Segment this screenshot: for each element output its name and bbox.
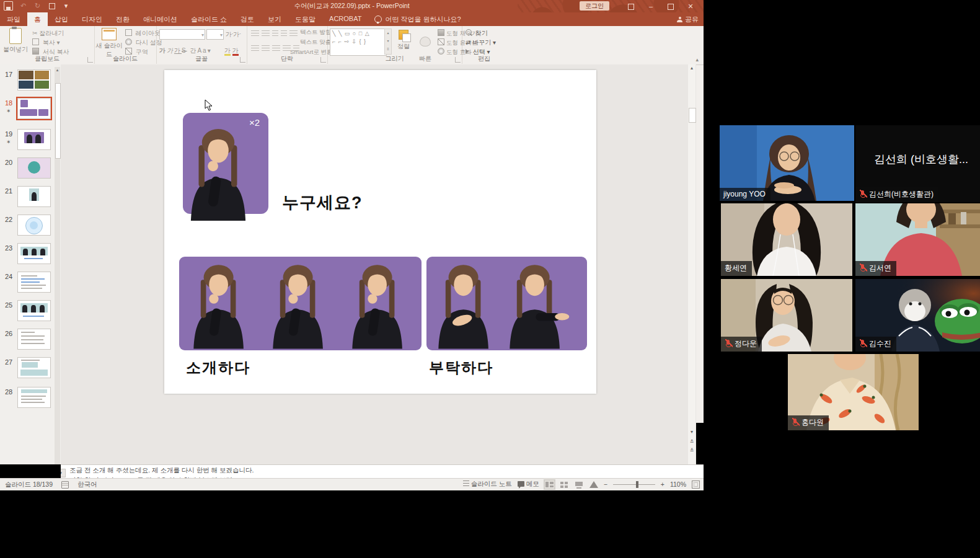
grow-shrink-font-buttons[interactable]: 가ˆ가ˇ <box>226 30 241 39</box>
italic-button[interactable]: 가 <box>167 47 174 54</box>
font-dialog-launcher[interactable] <box>240 57 245 63</box>
video-tile-jeong-daun[interactable]: 정다운 <box>721 279 852 352</box>
video-tile-jiyoung-yoo[interactable]: jiyoung YOO <box>720 125 854 201</box>
thumbnail-scrollbar[interactable]: ▴ <box>55 67 60 464</box>
slideshow-view-button[interactable] <box>589 481 598 488</box>
share-button[interactable]: 공유 <box>677 15 699 24</box>
slide-sorter-view-button[interactable] <box>560 480 569 489</box>
video-tile-kim-sujin[interactable]: 김수진 <box>855 279 980 352</box>
char-spacing-button[interactable]: 간 <box>190 47 197 54</box>
paste-button[interactable]: 붙여넣기 <box>1 28 30 54</box>
change-case-button[interactable]: Aa <box>197 47 207 54</box>
thumbnail-slide-27[interactable]: 27 <box>0 357 61 386</box>
thumbnail-slide-26[interactable]: 26 <box>0 329 61 356</box>
next-slide-icon[interactable]: ≚ <box>688 447 695 454</box>
zoom-out-button[interactable]: − <box>604 480 607 488</box>
font-color-buttons[interactable]: 가 가 <box>224 46 239 55</box>
tab-acrobat[interactable]: ACROBAT <box>322 12 368 26</box>
start-slideshow-icon[interactable] <box>48 2 56 10</box>
video-tile-hwang-seyeon[interactable]: 황세연 <box>721 203 852 276</box>
thumbnail-slide-21[interactable]: 21 <box>0 186 61 213</box>
previous-slide-icon[interactable]: ≛ <box>688 438 695 446</box>
underline-button[interactable]: 가 <box>174 47 182 54</box>
scrollbar-thumb[interactable] <box>689 108 696 123</box>
shape-gallery-scroll[interactable]: ▴▾≡ <box>384 29 392 55</box>
minimize-button[interactable]: – <box>643 1 659 12</box>
current-slide[interactable]: ×2 누구세요? 소개하다 부탁하다 <box>164 70 596 394</box>
bold-button[interactable]: 가 <box>159 47 167 54</box>
maximize-button[interactable] <box>663 1 679 12</box>
video-tile-kim-seonhui[interactable]: 김선희 (비호생활... 김선희(비호생활관) <box>855 125 980 202</box>
find-button[interactable]: 찾기 <box>466 29 488 38</box>
tab-slideshow[interactable]: 슬라이드 쇼 <box>184 12 234 26</box>
thumbnail-slide-25[interactable]: 25 <box>0 300 61 327</box>
normal-view-button[interactable] <box>545 480 554 489</box>
cut-button[interactable]: ✂ 잘라내기 <box>32 29 64 38</box>
undo-icon[interactable]: ↶ <box>19 2 27 10</box>
scroll-down-icon[interactable]: ▾ <box>688 428 695 436</box>
clipboard-dialog-launcher[interactable] <box>87 57 93 63</box>
font-name-combobox[interactable]: ▾ <box>159 29 205 40</box>
align-text-button[interactable]: 텍스트 맞춤 <box>300 38 331 46</box>
tab-animations[interactable]: 애니메이션 <box>136 12 184 26</box>
font-size-combobox[interactable]: ▾ <box>206 29 224 40</box>
strikethrough-button[interactable]: S <box>182 47 187 54</box>
zoom-slider[interactable] <box>613 484 655 485</box>
comments-toggle-button[interactable]: 메모 <box>518 480 539 489</box>
notes-pane[interactable]: ▾ 조금 전 소개 해 주셨는데요. 제 소개를 다시 한번 해 보겠습니다. … <box>61 464 704 479</box>
list-indent-buttons[interactable] <box>250 30 299 37</box>
qat-customize-icon[interactable]: ▾ <box>62 2 70 10</box>
paragraph-dialog-launcher[interactable] <box>320 57 326 63</box>
scroll-up-icon[interactable]: ▴ <box>688 64 695 72</box>
tab-insert[interactable]: 삽입 <box>48 12 75 26</box>
tab-help[interactable]: 도움말 <box>288 12 322 26</box>
tab-home[interactable]: 홈 <box>27 12 48 26</box>
copy-button[interactable]: 복사 ▾ <box>32 38 60 47</box>
layout-button[interactable]: 레이아웃 <box>125 29 161 38</box>
ribbon-display-options-icon[interactable] <box>623 1 639 12</box>
video-tile-kim-seoyeon[interactable]: 김서연 <box>855 203 980 276</box>
thumbnail-slide-28[interactable]: 28 <box>0 387 61 414</box>
replace-button[interactable]: ⇄ 바꾸기 ▾ <box>466 38 496 47</box>
drawing-dialog-launcher[interactable] <box>455 57 461 63</box>
fit-slide-to-window-button[interactable] <box>692 480 700 489</box>
slide-number-indicator[interactable]: 슬라이드 18/139 <box>5 480 53 489</box>
thumbnail-slide-19[interactable]: 19 ✶ <box>0 129 61 156</box>
collapse-ribbon-icon[interactable]: ▴ <box>695 56 699 63</box>
font-format-buttons[interactable]: 가가가S 간Aa▾ <box>159 46 212 55</box>
tab-view[interactable]: 보기 <box>261 12 288 26</box>
tab-review[interactable]: 검토 <box>234 12 261 26</box>
redo-icon[interactable]: ↻ <box>33 2 42 10</box>
thumbnail-slide-24[interactable]: 24 <box>0 272 61 299</box>
tab-design[interactable]: 디자인 <box>75 12 109 26</box>
slide-scrollbar[interactable]: ▴ ▾ ≛ ≚ <box>688 64 695 464</box>
thumbnail-slide-20[interactable]: 20 <box>0 157 61 185</box>
tab-transitions[interactable]: 전환 <box>109 12 136 26</box>
tab-file[interactable]: 파일 <box>0 12 27 26</box>
close-button[interactable]: ✕ <box>682 1 699 12</box>
thumbnail-slide-18[interactable]: 18 ✶ <box>0 98 61 128</box>
video-tile-hong-dawon[interactable]: 홍다원 <box>788 354 919 430</box>
language-indicator[interactable]: 한국어 <box>77 480 97 489</box>
ribbon-group-clipboard: 붙여넣기 ✂ 잘라내기 복사 ▾ 서식 복사 클립보드 <box>0 26 95 64</box>
save-icon[interactable] <box>4 1 13 11</box>
login-button[interactable]: 로그인 <box>580 1 609 11</box>
notes-collapse-icon[interactable]: ▾ <box>61 469 66 477</box>
thumbnail-slide-17[interactable]: 17 <box>0 69 61 97</box>
zoom-in-button[interactable]: + <box>661 480 664 488</box>
text-direction-button[interactable]: 텍스트 방향 <box>300 29 331 37</box>
participant-name-badge: jiyoung YOO <box>720 188 770 201</box>
thumbnail-slide-23[interactable]: 23 <box>0 243 61 270</box>
shape-gallery[interactable]: ╲ ╲ ▭ ○ □ △ ⌐ ⌐ ⇨ ⇩ { } <box>330 29 387 56</box>
zoom-slider-thumb[interactable] <box>636 481 638 488</box>
repeat-times-badge: ×2 <box>249 117 260 128</box>
notes-toggle-button[interactable]: 슬라이드 노트 <box>463 480 512 489</box>
zoom-level[interactable]: 110% <box>670 480 686 488</box>
slide-thumbnail-panel: 17 18 ✶ 19 ✶ 20 <box>0 64 61 464</box>
thumbnail-slide-22[interactable]: 22 <box>0 215 61 242</box>
shape-effects-icon <box>438 48 444 55</box>
tell-me-search[interactable]: 어떤 작업을 원하시나요? <box>368 12 467 26</box>
reading-view-button[interactable] <box>575 480 584 489</box>
arrange-button[interactable]: 정렬 <box>393 30 414 51</box>
spellcheck-icon[interactable] <box>61 481 69 489</box>
